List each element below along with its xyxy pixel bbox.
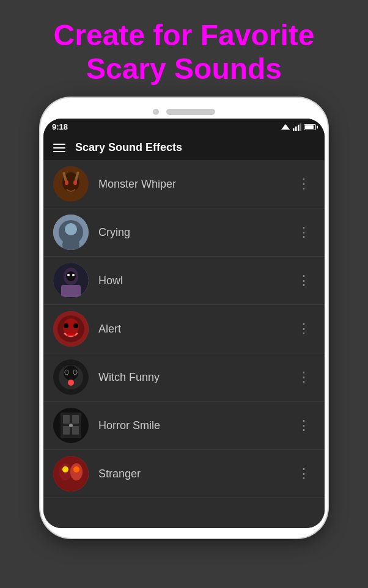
- svg-rect-36: [63, 415, 70, 424]
- svg-point-25: [64, 323, 68, 328]
- sound-avatar: [53, 311, 89, 347]
- status-icons: [281, 123, 316, 131]
- svg-rect-2: [295, 127, 297, 131]
- svg-rect-38: [63, 426, 70, 435]
- phone-mockup: 9:18: [40, 98, 328, 538]
- wifi-icon: [281, 123, 290, 131]
- avatar-inner: [53, 215, 89, 250]
- hamburger-menu-button[interactable]: [53, 144, 65, 152]
- sound-avatar: [53, 166, 89, 202]
- svg-point-26: [73, 323, 78, 328]
- avatar-inner: [53, 456, 89, 491]
- svg-point-45: [73, 466, 79, 472]
- svg-point-13: [65, 223, 77, 235]
- svg-point-40: [69, 424, 73, 427]
- sound-name: Horror Smile: [98, 419, 292, 432]
- phone-camera-dot: [153, 109, 159, 115]
- sound-name: Monster Whiper: [98, 178, 292, 191]
- headline-line2: Scary Sounds: [86, 53, 282, 85]
- sound-name: Witch Funny: [98, 371, 292, 384]
- svg-point-19: [66, 271, 76, 281]
- list-item[interactable]: Crying⋮: [43, 208, 325, 257]
- status-time: 9:18: [52, 122, 68, 131]
- svg-rect-37: [72, 415, 79, 424]
- svg-rect-3: [298, 125, 300, 131]
- more-options-button[interactable]: ⋮: [292, 415, 315, 436]
- avatar-inner: [53, 263, 89, 298]
- svg-rect-27: [67, 333, 75, 336]
- avatar-inner: [53, 359, 89, 395]
- sound-avatar: [53, 263, 89, 298]
- svg-marker-0: [281, 124, 290, 130]
- svg-point-31: [65, 370, 68, 375]
- sound-avatar: [53, 456, 89, 491]
- headline-line1: Create for Favorite: [54, 19, 315, 51]
- battery-icon: [304, 124, 316, 130]
- svg-rect-18: [61, 285, 81, 297]
- svg-rect-1: [293, 128, 295, 131]
- status-bar: 9:18: [43, 119, 325, 135]
- svg-point-44: [62, 466, 68, 472]
- list-item[interactable]: Stranger⋮: [43, 450, 325, 498]
- more-options-button[interactable]: ⋮: [292, 318, 315, 339]
- sound-avatar: [53, 215, 89, 250]
- list-item[interactable]: Monster Whiper⋮: [43, 160, 325, 208]
- svg-point-33: [68, 380, 74, 386]
- avatar-inner: [53, 408, 89, 443]
- list-item[interactable]: Howl⋮: [43, 257, 325, 305]
- svg-point-10: [73, 180, 77, 185]
- app-toolbar: Scary Sound Effects: [43, 135, 325, 160]
- hamburger-line: [53, 147, 65, 149]
- avatar-inner: [53, 311, 89, 347]
- hamburger-line: [53, 151, 65, 152]
- toolbar-title: Scary Sound Effects: [75, 141, 182, 154]
- more-options-button[interactable]: ⋮: [292, 270, 315, 291]
- svg-rect-4: [300, 123, 302, 131]
- signal-icon: [293, 123, 301, 131]
- avatar-inner: [53, 166, 89, 202]
- svg-point-21: [72, 274, 75, 276]
- more-options-button[interactable]: ⋮: [292, 174, 315, 194]
- phone-top-bar: [40, 109, 328, 115]
- sound-name: Crying: [98, 226, 292, 239]
- sound-avatar: [53, 359, 89, 395]
- svg-rect-39: [72, 426, 79, 435]
- phone-screen: 9:18: [43, 119, 325, 528]
- list-item[interactable]: Witch Funny⋮: [43, 353, 325, 402]
- headline: Create for Favorite Scary Sounds: [42, 0, 327, 98]
- phone-speaker: [166, 109, 215, 115]
- more-options-button[interactable]: ⋮: [292, 222, 315, 243]
- more-options-button[interactable]: ⋮: [292, 367, 315, 388]
- sound-name: Stranger: [98, 468, 292, 480]
- sound-name: Alert: [98, 323, 292, 336]
- svg-point-32: [73, 370, 77, 375]
- more-options-button[interactable]: ⋮: [292, 463, 315, 484]
- sound-list: Monster Whiper⋮Crying⋮Howl⋮Alert⋮Witch F…: [43, 160, 325, 528]
- list-item[interactable]: Alert⋮: [43, 305, 325, 353]
- list-item[interactable]: Horror Smile⋮: [43, 402, 325, 450]
- hamburger-line: [53, 144, 65, 145]
- sound-name: Howl: [98, 274, 292, 287]
- svg-point-9: [65, 180, 68, 185]
- sound-avatar: [53, 408, 89, 443]
- svg-point-20: [67, 274, 70, 276]
